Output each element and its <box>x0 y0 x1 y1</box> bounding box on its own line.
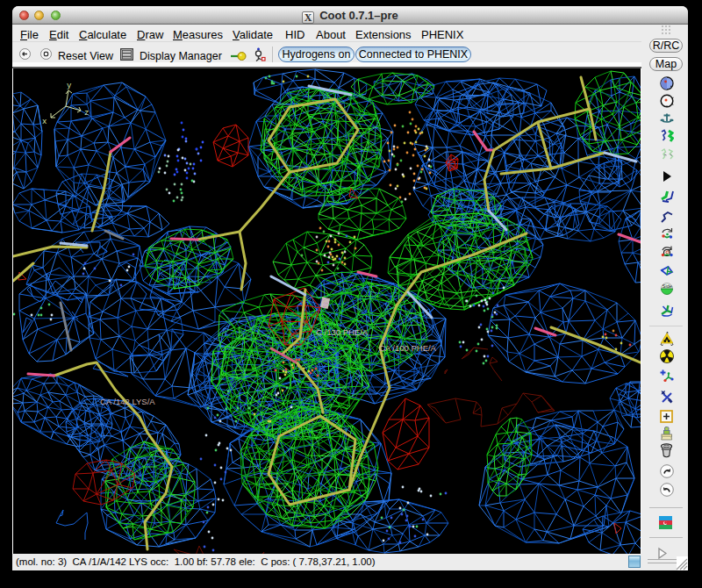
svg-text:CA /100 PHE/A: CA /100 PHE/A <box>379 343 437 353</box>
svg-text:C /130 PHE/A: C /130 PHE/A <box>316 327 369 337</box>
svg-text:CA /142 LYS/A: CA /142 LYS/A <box>100 397 155 406</box>
svg-text:z: z <box>84 109 89 118</box>
svg-text:Side: Side <box>663 283 672 289</box>
svg-text:y: y <box>67 82 72 90</box>
svg-text:x: x <box>42 118 47 126</box>
